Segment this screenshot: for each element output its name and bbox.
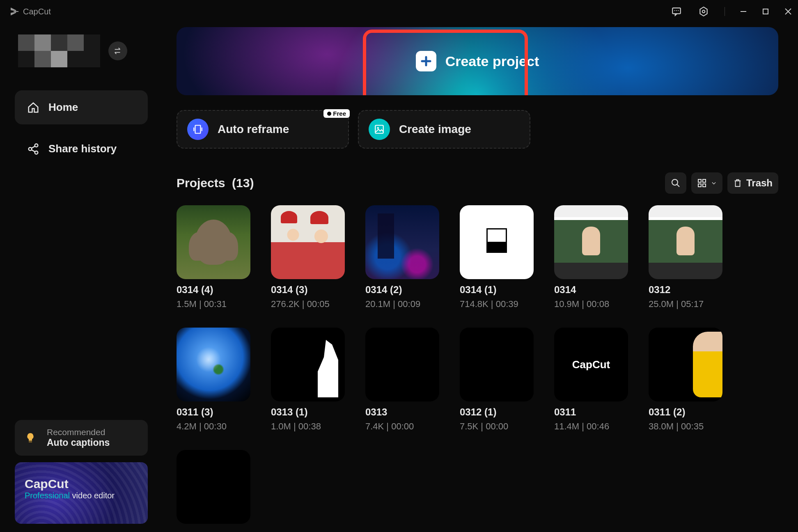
project-meta: 4.2M | 00:30 xyxy=(177,421,250,432)
project-meta: 7.5K | 00:00 xyxy=(460,421,534,432)
project-card[interactable]: 0311 (2)38.0M | 00:35 xyxy=(649,328,722,432)
window-minimize-button[interactable] xyxy=(740,8,747,15)
project-meta: 276.2K | 00:05 xyxy=(271,299,345,310)
svg-point-20 xyxy=(377,127,379,129)
projects-grid: 0314 (4)1.5M | 00:310314 (3)276.2K | 00:… xyxy=(177,205,778,532)
sidebar-nav: HomeShare history xyxy=(15,90,148,166)
project-meta: 38.0M | 00:35 xyxy=(649,421,722,432)
svg-line-14 xyxy=(32,149,35,151)
project-card[interactable]: 0314 (3)276.2K | 00:05 xyxy=(271,205,345,310)
titlebar: CapCut xyxy=(0,0,798,23)
project-name: 0314 (3) xyxy=(271,284,345,296)
create-project-button[interactable]: Create project xyxy=(416,51,539,71)
view-mode-button[interactable] xyxy=(691,172,722,194)
project-thumbnail xyxy=(271,205,345,279)
svg-rect-23 xyxy=(698,179,701,182)
gear-icon xyxy=(698,6,709,17)
project-meta: 20.1M | 00:09 xyxy=(365,299,439,310)
action-auto-reframe[interactable]: Auto reframeFree xyxy=(177,110,349,149)
project-thumbnail xyxy=(177,450,250,524)
project-meta: 714.8K | 00:39 xyxy=(460,299,534,310)
svg-rect-16 xyxy=(195,125,201,133)
account-row[interactable] xyxy=(15,31,148,80)
titlebar-divider xyxy=(725,7,725,16)
svg-point-3 xyxy=(678,10,679,11)
action-label: Auto reframe xyxy=(218,123,289,136)
project-card[interactable]: 0312 (1)7.5K | 00:00 xyxy=(460,328,534,432)
project-meta: 1.5M | 00:31 xyxy=(177,299,250,310)
app-brand: CapCut xyxy=(10,7,51,16)
project-meta: 11.4M | 00:46 xyxy=(554,421,628,432)
search-button[interactable] xyxy=(665,172,686,194)
project-thumbnail: CapCut xyxy=(554,328,628,401)
sidebar-item-home[interactable]: Home xyxy=(15,90,148,124)
project-card[interactable]: 031225.0M | 05:17 xyxy=(649,205,722,310)
recommended-label: Recommended xyxy=(47,427,110,437)
window-maximize-button[interactable] xyxy=(762,8,769,15)
settings-button[interactable] xyxy=(697,5,710,18)
project-name: 0313 xyxy=(365,406,439,418)
search-icon xyxy=(671,178,681,188)
project-name: 0312 xyxy=(649,284,722,296)
reframe-icon xyxy=(187,119,209,140)
project-name: 0313 (1) xyxy=(271,406,345,418)
project-card[interactable]: 0314 (1)714.8K | 00:39 xyxy=(460,205,534,310)
project-name: 0314 (1) xyxy=(460,284,534,296)
project-card[interactable] xyxy=(177,450,250,532)
project-card[interactable]: 0314 (4)1.5M | 00:31 xyxy=(177,205,250,310)
project-card[interactable]: 0311 (3)4.2M | 00:30 xyxy=(177,328,250,432)
project-name: 0312 (1) xyxy=(460,406,534,418)
image-icon xyxy=(369,119,390,140)
project-meta: 1.0M | 00:38 xyxy=(271,421,345,432)
project-card[interactable]: CapCut031111.4M | 00:46 xyxy=(554,328,628,432)
action-label: Create image xyxy=(399,123,471,136)
recommended-feature: Auto captions xyxy=(47,437,110,448)
project-thumbnail xyxy=(649,328,722,401)
project-thumbnail xyxy=(177,328,250,401)
swap-icon xyxy=(113,46,122,55)
svg-point-5 xyxy=(702,10,705,13)
svg-rect-24 xyxy=(703,179,706,182)
project-name: 0311 xyxy=(554,406,628,418)
create-project-hero[interactable]: Create project xyxy=(177,27,778,95)
promo-title: CapCut xyxy=(25,477,138,491)
project-card[interactable]: 0313 (1)1.0M | 00:38 xyxy=(271,328,345,432)
create-project-label: Create project xyxy=(445,53,539,69)
free-badge: Free xyxy=(323,109,350,118)
project-card[interactable]: 031410.9M | 00:08 xyxy=(554,205,628,310)
svg-rect-15 xyxy=(29,441,32,443)
svg-marker-4 xyxy=(700,7,707,16)
home-icon xyxy=(27,101,39,114)
project-thumbnail xyxy=(649,205,722,279)
sidebar-item-share-history[interactable]: Share history xyxy=(15,132,148,166)
promo-subtitle: Professional video editor xyxy=(25,491,138,500)
share-icon xyxy=(27,143,39,155)
project-card[interactable]: 03137.4K | 00:00 xyxy=(365,328,439,432)
trash-button[interactable]: Trash xyxy=(727,172,778,194)
project-meta: 7.4K | 00:00 xyxy=(365,421,439,432)
action-create-image[interactable]: Create image xyxy=(358,110,530,149)
lightbulb-icon xyxy=(24,431,39,445)
project-thumbnail xyxy=(177,205,250,279)
svg-rect-7 xyxy=(763,9,768,14)
projects-header: Projects (13) Trash xyxy=(177,172,778,194)
project-name: 0314 (4) xyxy=(177,284,250,296)
grid-icon xyxy=(697,178,707,188)
recommended-card[interactable]: Recommended Auto captions xyxy=(15,420,148,456)
projects-title: Projects (13) xyxy=(177,176,254,190)
project-card[interactable]: 0314 (2)20.1M | 00:09 xyxy=(365,205,439,310)
project-name: 0311 (2) xyxy=(649,406,722,418)
feedback-button[interactable] xyxy=(670,5,683,18)
svg-rect-19 xyxy=(375,125,383,133)
svg-point-11 xyxy=(35,144,38,147)
window-close-button[interactable] xyxy=(784,8,791,15)
nav-label: Share history xyxy=(48,142,117,155)
promo-card[interactable]: CapCut Professional video editor xyxy=(15,462,148,524)
switch-account-button[interactable] xyxy=(108,41,127,60)
svg-rect-26 xyxy=(703,184,706,187)
chevron-down-icon xyxy=(711,180,717,186)
chat-bubble-icon xyxy=(671,6,682,17)
sidebar: HomeShare history Recommended Auto capti… xyxy=(0,23,163,532)
svg-point-2 xyxy=(676,10,677,11)
svg-point-10 xyxy=(29,147,32,151)
